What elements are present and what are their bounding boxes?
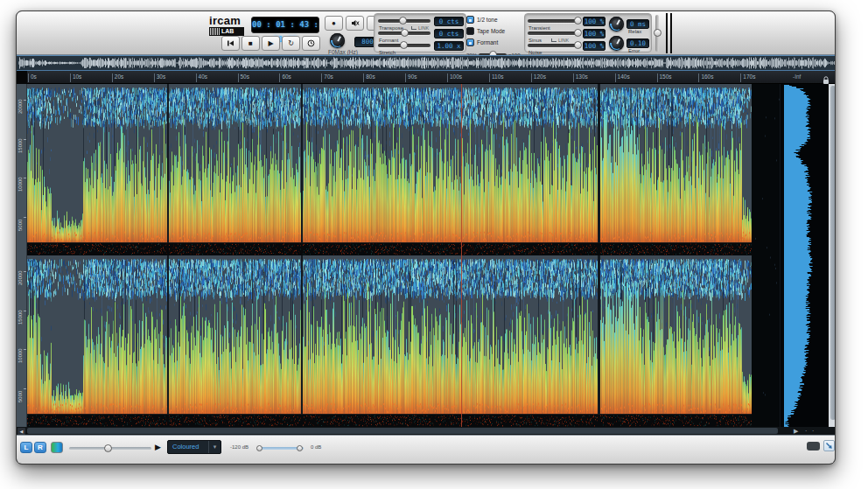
resize-grip-icon[interactable]: [823, 440, 835, 451]
error-knob[interactable]: [609, 36, 624, 51]
toolbar-vertical-slider-thumb[interactable]: [654, 29, 662, 37]
ruler-tick-label: 0s: [31, 73, 37, 80]
timecode-display: 00 : 01 : 43 : 20.05: [251, 17, 319, 33]
vertical-scrollbar-thumb[interactable]: [830, 86, 836, 420]
ruler-tick-label: 90s: [408, 73, 416, 80]
scroll-dot2-icon[interactable]: ·: [812, 427, 814, 435]
right-channel-button[interactable]: R: [34, 442, 46, 453]
scroll-left-icon: ◀: [20, 429, 24, 434]
stretch-slider[interactable]: [378, 44, 430, 47]
transpose-slider-thumb[interactable]: [399, 17, 407, 24]
tapemode-checkbox[interactable]: [466, 27, 474, 35]
scroll-right-icon[interactable]: ▶: [794, 427, 798, 435]
engine-panel: 100 % Transient 100 % Sinus LINK 100 % N…: [524, 13, 652, 52]
spectrum-panel: [780, 84, 829, 427]
formant-slider[interactable]: [378, 31, 430, 35]
colormap-icon[interactable]: [51, 442, 63, 453]
spectrogram-view[interactable]: [27, 84, 780, 427]
f0max-knob[interactable]: [330, 33, 345, 48]
stop-button[interactable]: ■: [242, 36, 260, 51]
rewind-button[interactable]: [221, 36, 240, 51]
loop-icon: ↻: [288, 39, 294, 47]
error-label: Error: [628, 48, 640, 53]
transient-slider-thumb[interactable]: [574, 17, 582, 24]
comment-icon[interactable]: [807, 442, 820, 451]
horizontal-scrollbar[interactable]: ◀ ▶ · ·: [17, 427, 836, 435]
scroll-left-button[interactable]: ◀: [18, 428, 25, 435]
relax-knob[interactable]: [609, 17, 624, 31]
ircam-logo: ircam LAB: [209, 15, 249, 36]
freq-axis-label: 5000: [16, 376, 24, 402]
halftone-option[interactable]: 1/2 tone: [466, 15, 521, 24]
transport-controls: ■ ▶ ↻: [221, 36, 320, 51]
toolbar-vertical-slider[interactable]: [655, 15, 659, 52]
freq-axis-tick: [24, 349, 26, 350]
ruler-tick-label: 20s: [115, 73, 123, 80]
vertical-scrollbar[interactable]: [829, 84, 836, 427]
ruler-tick-label: 50s: [241, 73, 249, 80]
spectrogram-left-channel[interactable]: [27, 84, 780, 255]
transpose-slider[interactable]: [378, 19, 430, 23]
frequency-axis: 20000150001000050002000015000100005000: [17, 84, 27, 427]
ruler-tick-label: 60s: [282, 73, 290, 80]
play-button[interactable]: ▶: [262, 36, 280, 51]
formant-option[interactable]: Formant: [466, 38, 521, 47]
halftone-checkbox[interactable]: [466, 16, 474, 24]
db-range-min-thumb[interactable]: [256, 445, 262, 451]
toolbar-grip-handle[interactable]: [666, 13, 673, 53]
f0max-control: [330, 33, 345, 48]
ruler-tick-label: 170s: [743, 73, 755, 80]
transient-slider[interactable]: [528, 19, 580, 23]
freq-axis-tick: [24, 178, 26, 178]
tapemode-label: Tape Mode: [477, 28, 505, 34]
horizontal-scrollbar-thumb[interactable]: [27, 428, 778, 434]
freq-axis-label: 15000: [16, 127, 24, 153]
freq-axis-tick: [24, 217, 26, 218]
db-max-label: 0 dB: [311, 444, 321, 450]
sinus-slider-thumb[interactable]: [574, 29, 582, 37]
spectrogram-right-channel[interactable]: [27, 255, 780, 427]
contrast-slider[interactable]: [69, 447, 151, 450]
time-ruler[interactable]: -Inf 0s10s20s30s40s50s60s70s80s90s100s11…: [17, 71, 836, 84]
freq-axis-label: 15000: [16, 298, 24, 325]
logo-text: ircam: [209, 15, 249, 26]
formant-slider-thumb[interactable]: [401, 29, 409, 37]
ruler-tick-label: 120s: [534, 73, 546, 80]
freq-axis-tick: [24, 311, 26, 311]
db-range-max-thumb[interactable]: [297, 445, 303, 451]
noise-slider-thumb[interactable]: [574, 41, 582, 49]
record-button[interactable]: ●: [325, 16, 343, 31]
colormap-select[interactable]: Coloured ▾: [167, 440, 221, 454]
ruler-tick-label: 130s: [576, 73, 588, 80]
freq-axis-tick: [24, 271, 26, 272]
clock-button[interactable]: [302, 36, 320, 51]
freq-axis-label: 10000: [16, 337, 24, 363]
formant-value: 0 cts: [434, 29, 464, 38]
left-channel-button[interactable]: L: [20, 442, 32, 453]
playhead-cursor[interactable]: [461, 84, 462, 427]
freq-axis-label: 20000: [16, 259, 24, 285]
freq-axis-tick: [24, 100, 26, 101]
ruler-tick-label: 10s: [73, 73, 81, 80]
sinus-slider[interactable]: [528, 31, 580, 35]
scroll-dot-icon[interactable]: ·: [805, 427, 807, 435]
triangle-marker-icon[interactable]: ▶: [155, 443, 161, 451]
clock-icon: [307, 39, 315, 47]
transpose-value: 0 cts: [434, 17, 464, 26]
ruler-tick-label: 70s: [324, 73, 332, 80]
record-icon: ●: [332, 19, 336, 27]
contrast-slider-thumb[interactable]: [104, 444, 112, 452]
noise-slider[interactable]: [528, 44, 580, 47]
overview-waveform-canvas[interactable]: [17, 56, 836, 70]
chevron-down-icon: ▾: [208, 441, 220, 453]
overview-waveform-strip[interactable]: [17, 55, 836, 71]
tapemode-option[interactable]: Tape Mode: [466, 26, 521, 36]
stretch-slider-thumb[interactable]: [400, 41, 408, 49]
formant-checkbox[interactable]: [466, 38, 474, 46]
ruler-tick-label: 160s: [701, 73, 713, 80]
noise-value: 100 %: [583, 41, 606, 51]
mute-button[interactable]: [346, 16, 364, 31]
db-range-slider[interactable]: [258, 447, 304, 450]
ruler-tick-label: 140s: [618, 73, 630, 80]
loop-button[interactable]: ↻: [282, 36, 300, 51]
